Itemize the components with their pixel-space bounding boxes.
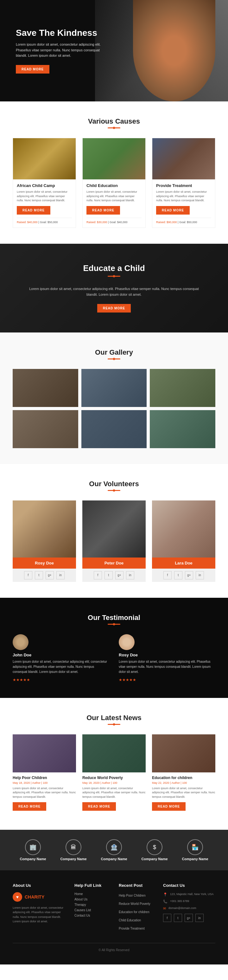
google-icon-vol2[interactable]: g+ [115,571,124,579]
news-card-2: Reduce World Poverty May 18, 2020 | Auth… [82,734,146,814]
testimonial-section-title: Our Testimonial [13,614,215,622]
footer-logo-icon: ♥ [13,892,22,902]
footer-contact-address: 123, Majestic Hall, New York, USA [170,892,214,897]
linkedin-icon-vol1[interactable]: in [56,571,65,579]
volunteer-social-1: f t g+ in [13,569,76,582]
educate-read-more-button[interactable]: Read More [97,304,131,312]
footer-contact-email: domain@domain.com [168,906,196,911]
footer-recent-link-2[interactable]: Reduce World Poverty [119,902,150,905]
news-meta-3: May 22, 2020 | Author | 100 [152,781,215,784]
footer-recent-link-1[interactable]: Help Poor Children [119,894,146,897]
cause-image-2 [83,138,145,180]
footer-twitter-icon[interactable]: t [174,914,182,922]
map-pin-icon: 📍 [163,892,168,897]
volunteers-divider-dot [108,490,120,491]
twitter-icon-vol3[interactable]: t [174,571,182,579]
cause-card-1: African Child Camp Lorem ipsum dolor sit… [13,138,76,228]
partner-name-4: Company Name [141,857,168,861]
news-grid: Help Poor Children May 18, 2020 | Author… [13,734,215,814]
gallery-grid [13,369,215,448]
partner-item-4: $ Company Name [141,839,168,861]
news-text-3: Lorem ipsum dolor sit amet, consectetur … [152,786,215,799]
news-meta-2: May 18, 2020 | Author | 100 [82,781,146,784]
divider-dot [108,127,120,128]
news-section-title: Our Latest News [13,714,215,722]
footer-social-row: f t g+ in [163,914,215,922]
volunteer-social-3: f t g+ in [152,569,215,582]
hero-text: Lorem ipsum dolor sit amet, consectetur … [16,42,104,59]
educate-divider-dot [108,276,120,277]
footer-instagram-icon[interactable]: in [195,914,204,922]
hero-read-more-button[interactable]: Read More [16,65,49,73]
footer-contact-title: Contact Us [163,883,215,888]
footer-link-about[interactable]: About Us [74,897,109,901]
hero-content: Save The Kindness Lorem ipsum dolor sit … [0,15,120,86]
testimonial-section: Our Testimonial John Doe Lorem ipsum dol… [0,598,228,698]
news-divider [13,724,215,725]
phone-icon: 📞 [163,899,168,904]
volunteer-image-3 [152,500,215,557]
news-btn-2[interactable]: Read More [82,802,116,811]
twitter-icon-vol1[interactable]: t [35,571,43,579]
footer-facebook-icon[interactable]: f [163,914,171,922]
news-body-1: Help Poor Children May 18, 2020 | Author… [13,772,76,814]
footer-recent-item-1: Help Poor Children [119,892,154,898]
footer-recent-link-4[interactable]: Child Education [119,918,141,922]
gallery-image-1[interactable] [13,369,78,407]
footer-recent-link-5[interactable]: Provide Treatment [119,927,145,930]
causes-section: Various Causes African Child Camp Lorem … [0,102,228,244]
gallery-image-6[interactable] [150,410,215,448]
footer-about-col: About Us ♥ CHARITY Lorem ipsum dolor sit… [13,883,65,934]
linkedin-icon-vol3[interactable]: in [196,571,204,579]
gallery-image-2[interactable] [81,369,147,407]
gallery-image-3[interactable] [150,369,215,407]
facebook-icon-vol3[interactable]: f [163,571,172,579]
news-btn-1[interactable]: Read More [13,802,46,811]
facebook-icon-vol2[interactable]: f [94,571,102,579]
footer-bottom: © All Rights Reserved [13,943,215,952]
partner-icon-4: $ [147,839,163,855]
testimonial-grid: John Doe Lorem ipsum dolor sit amet, con… [13,634,215,682]
volunteer-social-2: f t g+ in [82,569,146,582]
news-btn-3[interactable]: Read More [152,802,185,811]
cause-body-2: Child Education Lorem ipsum dolor sit am… [83,180,145,228]
gallery-divider-dot [108,358,120,360]
volunteers-section-title: Our Volunteers [13,480,215,488]
linkedin-icon-vol2[interactable]: in [126,571,134,579]
news-card-1: Help Poor Children May 18, 2020 | Author… [13,734,76,814]
causes-grid: African Child Camp Lorem ipsum dolor sit… [13,138,215,228]
testimonial-rating-2: ★★★★★ [119,678,215,682]
educate-content: Educate a Child Lorem ipsum dolor sit am… [0,263,228,312]
testimonial-avatar-1 [13,634,28,650]
footer-google-icon[interactable]: g+ [185,914,193,922]
causes-divider [13,127,215,128]
gallery-image-4[interactable] [13,410,78,448]
footer-link-causes[interactable]: Causes List [74,908,109,912]
cause-btn-2[interactable]: Read More [87,206,120,215]
footer-recent-link-3[interactable]: Education for children [119,910,149,914]
news-meta-1: May 18, 2020 | Author | 100 [13,781,76,784]
twitter-icon-vol2[interactable]: t [104,571,113,579]
partner-name-3: Company Name [101,857,127,861]
facebook-icon-vol1[interactable]: f [24,571,32,579]
partner-name-2: Company Name [60,857,87,861]
cause-btn-3[interactable]: Read More [156,206,190,215]
google-icon-vol1[interactable]: g+ [46,571,54,579]
footer-link-home[interactable]: Home [74,892,109,896]
google-icon-vol3[interactable]: g+ [185,571,193,579]
gallery-image-5[interactable] [81,410,147,448]
news-divider-dot [108,724,120,725]
news-image-1 [13,734,76,772]
partner-item-1: 🏢 Company Name [20,839,46,861]
cause-title-3: Provide Treatment [156,183,211,188]
footer-logo: ♥ CHARITY [13,892,65,902]
volunteers-divider [13,490,215,491]
email-icon: ✉ [163,907,166,911]
footer-link-contact[interactable]: Contact Us [74,914,109,917]
volunteer-image-2 [82,500,146,557]
footer-about-text: Lorem ipsum dolor sit amet, consectetur … [13,905,65,924]
partner-icon-3: 🏦 [106,839,122,855]
footer-link-therapy[interactable]: Therapy [74,903,109,907]
footer-contact-phone-item: 📞 +001 365 6789 [163,899,215,904]
cause-btn-1[interactable]: Read More [17,206,50,215]
